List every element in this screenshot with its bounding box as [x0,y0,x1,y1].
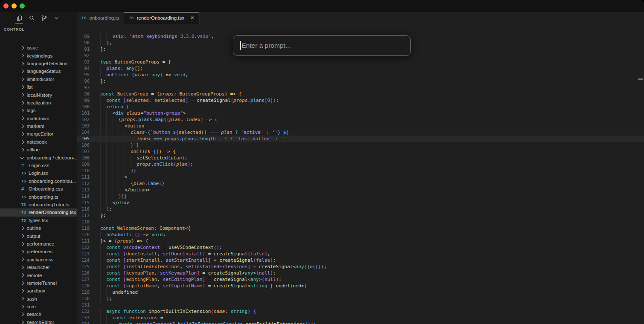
tree-item-limitindicator[interactable]: limitIndicator [0,75,77,83]
code-line[interactable]: 133const extensions = [77,315,644,321]
code-line[interactable]: 111> [77,174,644,180]
code-line[interactable]: 121}> = (props) => { [77,238,644,244]
tree-item-sash[interactable]: sash [0,295,77,303]
code-line[interactable]: 95onClick: (plan: any) => void; [77,72,644,78]
tree-item-renderonboarding-tsx[interactable]: TSrenderOnboarding.tsx [0,208,77,216]
code-line[interactable]: 131 [77,302,644,308]
code-line[interactable]: 122const vscodeContext = useVSCodeContex… [77,244,644,251]
code-line[interactable]: 120onSubmit: () => void; [77,231,644,238]
tree-item-onboarding-ts[interactable]: TSonboarding.ts [0,193,77,200]
source-control-icon[interactable] [40,13,48,23]
code-token: props [121,117,135,122]
code-line[interactable]: 128const [copilotName, setCopilotName] =… [77,283,644,289]
tree-item-output[interactable]: output [0,232,77,240]
code-line[interactable]: 118 [77,219,644,225]
code-token: { [239,91,242,97]
tree-item-list[interactable]: list [0,83,77,91]
indent-guide [100,40,106,46]
tree-item-remotetunnel[interactable]: remoteTunnel [0,279,77,287]
code-line[interactable]: 127const [editingPlan, setEditingPlan] =… [77,276,644,283]
tree-item-onboarding-electron[interactable]: onboarding / electron-... [0,153,77,161]
code-line[interactable]: 93type ButtonGroupProps = { [77,59,644,65]
code-line[interactable]: 100return ( [77,104,644,110]
tree-item-relauncher[interactable]: relauncher [0,263,77,271]
tree-item-markdown[interactable]: markdown [0,115,77,122]
tree-item-localization[interactable]: localization [0,99,77,107]
tree-item-mergeeditor[interactable]: mergeEditor [0,130,77,138]
code-line[interactable]: 129undefined [77,289,644,295]
code-line[interactable]: 106}`} [77,142,644,148]
code-line[interactable]: 103<button [77,123,644,129]
tree-item-keybindings[interactable]: keybindings [0,52,77,59]
tree-item-preferences[interactable]: preferences [0,248,77,255]
close-icon[interactable]: ✕ [190,15,194,21]
tree-item-languagedetection[interactable]: languageDetection [0,60,77,67]
tree-item-onboardingtutor-ts[interactable]: TSonboardingTutor.ts [0,201,77,208]
code-line[interactable]: 98const ButtonGroup = (props: ButtonGrou… [77,91,644,97]
tree-item-login-tsx[interactable]: TSLogin.tsx [0,169,77,177]
line-number: 115 [77,200,90,206]
tree-item-sandbox[interactable]: sandbox [0,287,77,295]
tree-item-onboarding-contribu[interactable]: TSonboarding.contribu... [0,177,77,185]
tab-renderonboarding-tsx[interactable]: TSrenderOnboarding.tsx✕ [124,12,200,24]
code-line[interactable]: 116); [77,206,644,212]
code-line[interactable]: 114))} [77,193,644,200]
code-line[interactable]: 115</div> [77,200,644,206]
indent-guide [106,148,112,155]
code-line[interactable]: 113</button> [77,187,644,193]
tree-item-quickaccess[interactable]: quickaccess [0,256,77,263]
minimize-button[interactable] [12,3,17,9]
code-line[interactable]: 134await vscodeContext?.builtInExtension… [77,321,644,324]
tree-item-performance[interactable]: performance [0,240,77,248]
line-number: 93 [77,59,90,65]
code-line[interactable]: 97 [77,84,644,91]
tab-onboarding-ts[interactable]: TSonboarding.ts [77,12,124,24]
code-line[interactable]: 108setSelected(plan); [77,155,644,161]
code-area[interactable]: 89vsix: 'atom-keybindings-3.3.0.vsix',90… [77,24,644,324]
tree-item-languagestatus[interactable]: languageStatus [0,67,77,75]
tree-item-outline[interactable]: outline [0,224,77,232]
tree-item-types-tsx[interactable]: TStypes.tsx [0,217,77,224]
code-token: any [250,277,259,282]
code-line[interactable]: 101<div class="button-group"> [77,110,644,116]
code-line[interactable]: 99const [selected, setSelected] = create… [77,97,644,104]
search-icon[interactable] [28,13,35,23]
code-line[interactable]: 119const WelcomeScreen: Component<{ [77,225,644,231]
files-icon[interactable] [15,13,23,23]
tree-item-markers[interactable]: markers [0,122,77,130]
code-line[interactable]: 102{props.plans.map((plan, index) => ( [77,116,644,123]
tree-item-issue[interactable]: issue [0,44,77,52]
tree-item-login-css[interactable]: #Login.css [0,162,77,169]
code-line[interactable]: 110}} [77,168,644,174]
tree-item-searcheditor[interactable]: searchEditor [0,318,77,324]
close-button[interactable] [3,3,9,9]
tree-item-notebook[interactable]: notebook [0,138,77,146]
tree-item-search[interactable]: search [0,310,77,318]
indent-guide [113,321,119,324]
prompt-input[interactable]: Enter a prompt... [233,35,411,56]
code-line[interactable]: 96}; [77,78,644,84]
code-line[interactable]: 94plans: any[]; [77,65,644,72]
chevron-down-icon[interactable] [52,13,60,23]
code-line[interactable]: 130); [77,295,644,302]
tree-item-logs[interactable]: logs [0,107,77,114]
tree-item-scm[interactable]: scm [0,303,77,310]
tree-item-remote[interactable]: remote [0,271,77,279]
code-line[interactable]: 109props.onClick(plan); [77,161,644,168]
code-line[interactable]: 132async function importBuiltInExtension… [77,308,644,315]
tree-item-offline[interactable]: offline [0,146,77,153]
code-line[interactable]: 107onClick={() => { [77,148,644,155]
zoom-button[interactable] [20,3,25,9]
code-line[interactable]: 125const [installedExtensions, setInstal… [77,263,644,270]
code-line[interactable]: 123const [doneInstall, setDoneInstall] =… [77,251,644,257]
tree-item-onboarding-css[interactable]: #Onboarding.css [0,185,77,193]
code-line[interactable]: 124const [startInstall, setStartInstall]… [77,257,644,263]
code-line[interactable]: 104class={`button ${selected() === plan … [77,129,644,136]
code-line[interactable]: 105index === props.plans.length - 1 ? 'l… [77,136,644,142]
explorer-section-header[interactable]: CONTROL [0,24,77,33]
tree-item-localhistory[interactable]: localHistory [0,91,77,98]
code-token: button [128,123,145,129]
code-line[interactable]: 126const [keymapPlan, setKeymapPlan] = c… [77,270,644,276]
code-line[interactable]: 117}; [77,212,644,219]
code-line[interactable]: 112{plan.label} [77,180,644,187]
